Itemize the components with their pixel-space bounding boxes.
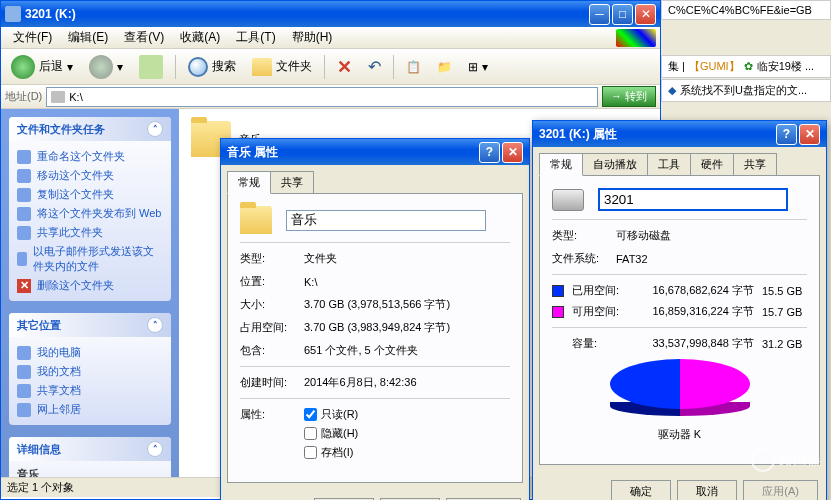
- search-icon: [188, 57, 208, 77]
- views-button[interactable]: ⊞ ▾: [462, 58, 494, 76]
- maximize-button[interactable]: □: [612, 4, 633, 25]
- computer-icon: [17, 346, 31, 360]
- hidden-checkbox[interactable]: [304, 427, 317, 440]
- separator: [393, 55, 394, 79]
- sidebar-task-move[interactable]: 移动这个文件夹: [17, 166, 163, 185]
- delete-icon: ✕: [17, 279, 31, 293]
- details-header[interactable]: 详细信息˄: [9, 437, 171, 461]
- used-color-icon: [552, 285, 564, 297]
- prop-location: K:\: [304, 276, 510, 288]
- menu-favorites[interactable]: 收藏(A): [172, 27, 228, 48]
- folders-button[interactable]: 文件夹: [246, 56, 318, 78]
- close-button[interactable]: ✕: [799, 124, 820, 145]
- free-color-icon: [552, 306, 564, 318]
- sidebar-task-delete[interactable]: ✕删除这个文件夹: [17, 276, 163, 295]
- separator: [324, 55, 325, 79]
- search-button[interactable]: 搜索: [182, 55, 242, 79]
- prop-type: 可移动磁盘: [616, 228, 807, 243]
- details-panel: 详细信息˄ 音乐 文件夹 修改日期: 2014年6月8日, 8:42: [9, 437, 171, 477]
- undo-button[interactable]: ↶: [362, 55, 387, 78]
- help-button[interactable]: ?: [479, 142, 500, 163]
- cancel-button[interactable]: 取消: [677, 480, 737, 500]
- sidebar-task-publish[interactable]: 将这个文件夹发布到 Web: [17, 204, 163, 223]
- copy-button[interactable]: 📋: [400, 58, 427, 76]
- menu-tools[interactable]: 工具(T): [228, 27, 283, 48]
- email-icon: [17, 252, 27, 266]
- sidebar-task-share[interactable]: 共享此文件夹: [17, 223, 163, 242]
- sidebar-shared-docs[interactable]: 共享文档: [17, 381, 163, 400]
- close-button[interactable]: ✕: [502, 142, 523, 163]
- tab-autoplay[interactable]: 自动播放: [582, 153, 648, 176]
- views-icon: ⊞: [468, 60, 478, 74]
- browser-link-2[interactable]: ◆ 系统找不到U盘指定的文...: [661, 79, 831, 102]
- menu-edit[interactable]: 编辑(E): [60, 27, 116, 48]
- title-bar: 3201 (K:) ─ □ ✕: [1, 1, 660, 27]
- menu-help[interactable]: 帮助(H): [284, 27, 341, 48]
- move-icon: [17, 169, 31, 183]
- readonly-checkbox[interactable]: [304, 408, 317, 421]
- folder-name-input[interactable]: [286, 210, 486, 231]
- move-button[interactable]: 📁: [431, 58, 458, 76]
- network-icon: [17, 403, 31, 417]
- drive-name-input[interactable]: [598, 188, 788, 211]
- address-input[interactable]: K:\: [46, 87, 598, 107]
- menu-file[interactable]: 文件(F): [5, 27, 60, 48]
- dialog-title-bar: 3201 (K:) 属性 ? ✕: [533, 121, 826, 147]
- up-button[interactable]: [133, 53, 169, 81]
- drive-label: 驱动器 K: [552, 427, 807, 442]
- rename-icon: [17, 150, 31, 164]
- sidebar-my-documents[interactable]: 我的文档: [17, 362, 163, 381]
- folder-icon: [252, 58, 272, 76]
- tab-general[interactable]: 常规: [539, 153, 583, 176]
- ok-button[interactable]: 确定: [611, 480, 671, 500]
- sidebar-task-rename[interactable]: 重命名这个文件夹: [17, 147, 163, 166]
- prop-contains: 651 个文件, 5 个文件夹: [304, 343, 510, 358]
- favicon-icon: ✿: [744, 60, 753, 73]
- tasks-header[interactable]: 文件和文件夹任务˄: [9, 117, 171, 141]
- minimize-button[interactable]: ─: [589, 4, 610, 25]
- tab-share[interactable]: 共享: [733, 153, 777, 176]
- browser-url-fragment: C%CE%C4%BC%FE&ie=GB: [661, 0, 831, 20]
- sidebar-my-computer[interactable]: 我的电脑: [17, 343, 163, 362]
- chevron-up-icon: ˄: [147, 121, 163, 137]
- sidebar-network[interactable]: 网上邻居: [17, 400, 163, 419]
- web-icon: [17, 207, 31, 221]
- tab-general[interactable]: 常规: [227, 171, 271, 194]
- tab-tools[interactable]: 工具: [647, 153, 691, 176]
- browser-link-1[interactable]: 集 | 【GUMI】 ✿ 临安19楼 ...: [661, 55, 831, 78]
- prop-created: 2014年6月8日, 8:42:36: [304, 375, 510, 390]
- menu-view[interactable]: 查看(V): [116, 27, 172, 48]
- prop-filesystem: FAT32: [616, 253, 807, 265]
- used-space-row: 已用空间: 16,678,682,624 字节 15.5 GB: [552, 283, 807, 298]
- pie-chart: [610, 359, 750, 419]
- tab-share[interactable]: 共享: [270, 171, 314, 194]
- tab-hardware[interactable]: 硬件: [690, 153, 734, 176]
- delete-button[interactable]: ✕: [331, 54, 358, 80]
- watermark: 路由器: [751, 448, 821, 472]
- capacity-row: 容量: 33,537,998,848 字节 31.2 GB: [552, 336, 807, 351]
- back-button[interactable]: 后退 ▾: [5, 53, 79, 81]
- move-icon: 📁: [437, 60, 452, 74]
- folder-properties-dialog: 音乐 属性 ? ✕ 常规 共享 类型:文件夹 位置:K:\ 大小:3.70 GB…: [220, 138, 530, 500]
- copy-icon: 📋: [406, 60, 421, 74]
- chevron-up-icon: ˄: [147, 441, 163, 457]
- separator: [175, 55, 176, 79]
- undo-icon: ↶: [368, 57, 381, 76]
- back-icon: [11, 55, 35, 79]
- close-button[interactable]: ✕: [635, 4, 656, 25]
- drive-properties-dialog: 3201 (K:) 属性 ? ✕ 常规 自动播放 工具 硬件 共享 类型:可移动…: [532, 120, 827, 500]
- help-button[interactable]: ?: [776, 124, 797, 145]
- apply-button[interactable]: 应用(A): [743, 480, 818, 500]
- archive-checkbox[interactable]: [304, 446, 317, 459]
- shared-icon: [17, 384, 31, 398]
- favicon-icon: ◆: [668, 84, 676, 97]
- prop-type: 文件夹: [304, 251, 510, 266]
- forward-button[interactable]: ▾: [83, 53, 129, 81]
- folder-icon: [240, 206, 272, 234]
- drive-icon: [51, 91, 65, 103]
- other-header[interactable]: 其它位置˄: [9, 313, 171, 337]
- go-button[interactable]: → 转到: [602, 86, 656, 107]
- forward-icon: [89, 55, 113, 79]
- sidebar-task-email[interactable]: 以电子邮件形式发送该文件夹内的文件: [17, 242, 163, 276]
- sidebar-task-copy[interactable]: 复制这个文件夹: [17, 185, 163, 204]
